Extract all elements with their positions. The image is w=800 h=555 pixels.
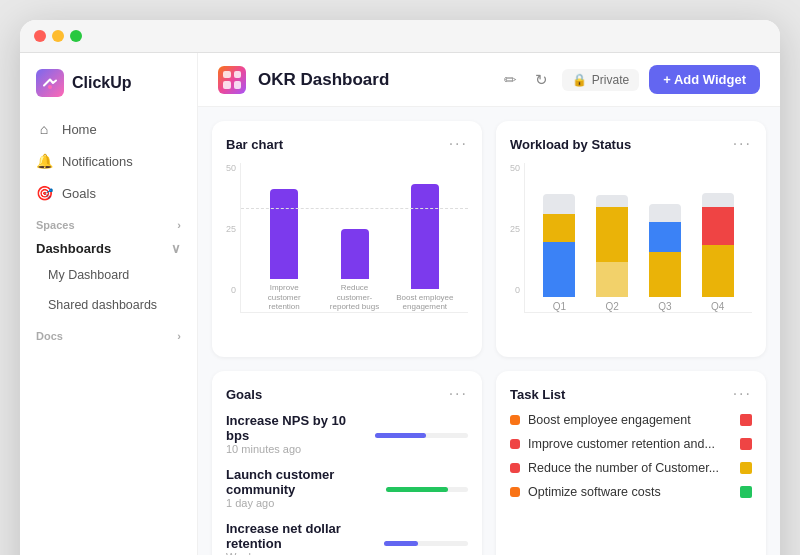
task-list: Boost employee engagement Improve custom… <box>510 413 752 499</box>
task-list-header: Task List ··· <box>510 385 752 403</box>
bar-chart-widget: Bar chart ··· 50 25 0 <box>212 121 482 357</box>
bar-group-2: Reduce customer-reported bugs <box>319 229 389 312</box>
bar-1 <box>270 189 298 279</box>
q4-label: Q4 <box>711 301 724 312</box>
task-dot-3 <box>510 463 520 473</box>
goals-icon: 🎯 <box>36 185 52 201</box>
task-list-menu[interactable]: ··· <box>733 385 752 403</box>
stacked-group-q4: Q4 <box>702 193 734 312</box>
q3-label: Q3 <box>658 301 671 312</box>
refresh-button[interactable]: ↻ <box>531 67 552 93</box>
topbar: OKR Dashboard ✏ ↻ 🔒 Private + Add Widget <box>198 53 780 107</box>
app-window: ClickUp ⌂ Home 🔔 Notifications 🎯 Goals S… <box>20 20 780 555</box>
goal-name-1: Increase NPS by 10 bps <box>226 413 363 443</box>
task-dot-4 <box>510 487 520 497</box>
private-badge[interactable]: 🔒 Private <box>562 69 639 91</box>
goals-widget-menu[interactable]: ··· <box>449 385 468 403</box>
bar-chart-title: Bar chart <box>226 137 283 152</box>
logo-text: ClickUp <box>72 74 132 92</box>
spaces-section: Spaces › <box>20 209 197 235</box>
bar-label-3: Boost employeeengagement <box>396 293 453 312</box>
stacked-group-q1: Q1 <box>543 194 575 312</box>
workload-chart-title: Workload by Status <box>510 137 631 152</box>
task-label-2: Improve customer retention and... <box>528 437 715 451</box>
workload-chart-widget: Workload by Status ··· 50 25 0 <box>496 121 766 357</box>
dashboards-label: Dashboards <box>36 241 111 256</box>
main-content: OKR Dashboard ✏ ↻ 🔒 Private + Add Widget <box>198 53 780 555</box>
bar-chart-menu[interactable]: ··· <box>449 135 468 153</box>
task-flag-3 <box>740 462 752 474</box>
task-label-1: Boost employee engagement <box>528 413 691 427</box>
app-logo: ClickUp <box>20 69 197 113</box>
svg-point-0 <box>48 85 52 89</box>
goals-widget-header: Goals ··· <box>226 385 468 403</box>
goal-item-2: Launch customer community 1 day ago <box>226 467 468 509</box>
goals-list: Increase NPS by 10 bps 10 minutes ago <box>226 413 468 555</box>
page-title: OKR Dashboard <box>258 70 488 90</box>
task-item-3: Reduce the number of Customer... <box>510 461 752 475</box>
task-list-title: Task List <box>510 387 565 402</box>
task-flag-4 <box>740 486 752 498</box>
goal-time-2: 1 day ago <box>226 497 374 509</box>
chrome-minimize[interactable] <box>52 30 64 42</box>
bar-chart: 50 25 0 Improve customerret <box>226 163 468 343</box>
goal-time-1: 10 minutes ago <box>226 443 363 455</box>
sidebar-item-goals-label: Goals <box>62 186 96 201</box>
bell-icon: 🔔 <box>36 153 52 169</box>
task-label-3: Reduce the number of Customer... <box>528 461 719 475</box>
sidebar-item-shared-dashboards[interactable]: Shared dashboards <box>20 290 197 320</box>
dashboards-section: Dashboards ∨ <box>20 235 197 260</box>
spaces-label: Spaces <box>36 219 75 231</box>
task-label-4: Optimize software costs <box>528 485 661 499</box>
topbar-actions: ✏ ↻ 🔒 Private + Add Widget <box>500 65 760 94</box>
sidebar-nav: ⌂ Home 🔔 Notifications 🎯 Goals Spaces › … <box>20 113 197 555</box>
goals-widget: Goals ··· Increase NPS by 10 bps 10 minu… <box>212 371 482 555</box>
add-widget-button[interactable]: + Add Widget <box>649 65 760 94</box>
task-item-1: Boost employee engagement <box>510 413 752 427</box>
sidebar-item-my-dashboard[interactable]: My Dashboard <box>20 260 197 290</box>
dashboard-grid: Bar chart ··· 50 25 0 <box>198 107 780 555</box>
home-icon: ⌂ <box>36 121 52 137</box>
stacked-group-q2: Q2 <box>596 195 628 312</box>
bar-label-2: Reduce customer-reported bugs <box>325 283 385 312</box>
private-label: Private <box>592 73 629 87</box>
sidebar-item-notifications[interactable]: 🔔 Notifications <box>20 145 197 177</box>
task-item-2: Improve customer retention and... <box>510 437 752 451</box>
docs-chevron[interactable]: › <box>177 330 181 342</box>
bar-3 <box>411 184 439 289</box>
docs-label: Docs <box>36 330 63 342</box>
chrome-close[interactable] <box>34 30 46 42</box>
spaces-chevron[interactable]: › <box>177 219 181 231</box>
goal-item-3: Increase net dollar retention Week ago <box>226 521 468 555</box>
sidebar-item-goals[interactable]: 🎯 Goals <box>20 177 197 209</box>
bar-2 <box>341 229 369 279</box>
edit-button[interactable]: ✏ <box>500 67 521 93</box>
goal-name-2: Launch customer community <box>226 467 374 497</box>
sidebar-item-notifications-label: Notifications <box>62 154 133 169</box>
bar-group-3: Boost employeeengagement <box>390 184 460 312</box>
chrome-maximize[interactable] <box>70 30 82 42</box>
docs-section: Docs › <box>20 320 197 346</box>
dashboards-chevron[interactable]: ∨ <box>171 241 181 256</box>
goal-item-1: Increase NPS by 10 bps 10 minutes ago <box>226 413 468 455</box>
sidebar-item-home-label: Home <box>62 122 97 137</box>
lock-icon: 🔒 <box>572 73 587 87</box>
dashboard-icon <box>218 66 246 94</box>
logo-icon <box>36 69 64 97</box>
task-list-widget: Task List ··· Boost employee engagement … <box>496 371 766 555</box>
task-item-4: Optimize software costs <box>510 485 752 499</box>
my-dashboard-label: My Dashboard <box>48 268 129 282</box>
goals-widget-title: Goals <box>226 387 262 402</box>
goal-name-3: Increase net dollar retention <box>226 521 372 551</box>
workload-chart-header: Workload by Status ··· <box>510 135 752 153</box>
sidebar-item-home[interactable]: ⌂ Home <box>20 113 197 145</box>
sidebar: ClickUp ⌂ Home 🔔 Notifications 🎯 Goals S… <box>20 53 198 555</box>
task-flag-2 <box>740 438 752 450</box>
goal-time-3: Week ago <box>226 551 372 555</box>
window-chrome <box>20 20 780 53</box>
stacked-group-q3: Q3 <box>649 204 681 312</box>
task-dot-2 <box>510 439 520 449</box>
task-flag-1 <box>740 414 752 426</box>
q2-label: Q2 <box>605 301 618 312</box>
workload-chart-menu[interactable]: ··· <box>733 135 752 153</box>
